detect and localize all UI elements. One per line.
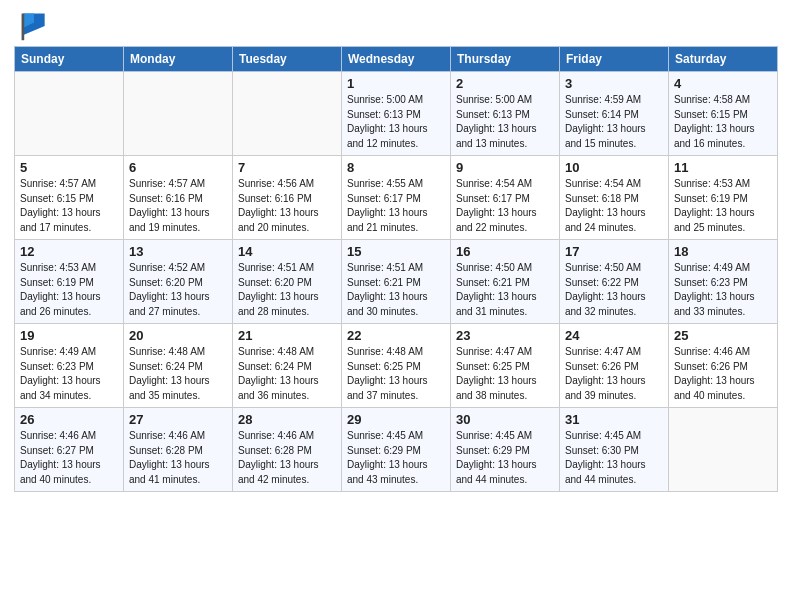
day-info: Sunrise: 4:50 AMSunset: 6:22 PMDaylight:… bbox=[565, 261, 663, 319]
day-info: Sunrise: 4:47 AMSunset: 6:26 PMDaylight:… bbox=[565, 345, 663, 403]
weekday-header-friday: Friday bbox=[560, 47, 669, 72]
header bbox=[0, 0, 792, 46]
calendar-week-row: 19Sunrise: 4:49 AMSunset: 6:23 PMDayligh… bbox=[15, 324, 778, 408]
day-info: Sunrise: 4:54 AMSunset: 6:18 PMDaylight:… bbox=[565, 177, 663, 235]
weekday-header-row: SundayMondayTuesdayWednesdayThursdayFrid… bbox=[15, 47, 778, 72]
day-number: 18 bbox=[674, 244, 772, 259]
calendar-cell: 22Sunrise: 4:48 AMSunset: 6:25 PMDayligh… bbox=[342, 324, 451, 408]
day-number: 8 bbox=[347, 160, 445, 175]
day-number: 6 bbox=[129, 160, 227, 175]
day-number: 20 bbox=[129, 328, 227, 343]
day-number: 26 bbox=[20, 412, 118, 427]
day-number: 29 bbox=[347, 412, 445, 427]
day-info: Sunrise: 4:46 AMSunset: 6:28 PMDaylight:… bbox=[129, 429, 227, 487]
calendar-week-row: 12Sunrise: 4:53 AMSunset: 6:19 PMDayligh… bbox=[15, 240, 778, 324]
logo-icon bbox=[18, 10, 50, 42]
day-number: 30 bbox=[456, 412, 554, 427]
calendar-cell: 10Sunrise: 4:54 AMSunset: 6:18 PMDayligh… bbox=[560, 156, 669, 240]
calendar-cell: 21Sunrise: 4:48 AMSunset: 6:24 PMDayligh… bbox=[233, 324, 342, 408]
calendar-table: SundayMondayTuesdayWednesdayThursdayFrid… bbox=[14, 46, 778, 492]
page: SundayMondayTuesdayWednesdayThursdayFrid… bbox=[0, 0, 792, 612]
day-info: Sunrise: 4:57 AMSunset: 6:15 PMDaylight:… bbox=[20, 177, 118, 235]
calendar-cell: 6Sunrise: 4:57 AMSunset: 6:16 PMDaylight… bbox=[124, 156, 233, 240]
day-number: 10 bbox=[565, 160, 663, 175]
day-info: Sunrise: 4:55 AMSunset: 6:17 PMDaylight:… bbox=[347, 177, 445, 235]
day-info: Sunrise: 4:52 AMSunset: 6:20 PMDaylight:… bbox=[129, 261, 227, 319]
svg-rect-2 bbox=[22, 14, 25, 41]
calendar-cell: 24Sunrise: 4:47 AMSunset: 6:26 PMDayligh… bbox=[560, 324, 669, 408]
day-info: Sunrise: 4:53 AMSunset: 6:19 PMDaylight:… bbox=[674, 177, 772, 235]
calendar-cell: 31Sunrise: 4:45 AMSunset: 6:30 PMDayligh… bbox=[560, 408, 669, 492]
calendar-cell: 9Sunrise: 4:54 AMSunset: 6:17 PMDaylight… bbox=[451, 156, 560, 240]
weekday-header-thursday: Thursday bbox=[451, 47, 560, 72]
calendar-cell: 17Sunrise: 4:50 AMSunset: 6:22 PMDayligh… bbox=[560, 240, 669, 324]
day-number: 2 bbox=[456, 76, 554, 91]
calendar-cell: 18Sunrise: 4:49 AMSunset: 6:23 PMDayligh… bbox=[669, 240, 778, 324]
day-number: 4 bbox=[674, 76, 772, 91]
day-info: Sunrise: 4:48 AMSunset: 6:25 PMDaylight:… bbox=[347, 345, 445, 403]
day-info: Sunrise: 4:46 AMSunset: 6:27 PMDaylight:… bbox=[20, 429, 118, 487]
calendar-cell: 16Sunrise: 4:50 AMSunset: 6:21 PMDayligh… bbox=[451, 240, 560, 324]
day-number: 1 bbox=[347, 76, 445, 91]
day-info: Sunrise: 4:51 AMSunset: 6:21 PMDaylight:… bbox=[347, 261, 445, 319]
calendar-cell: 14Sunrise: 4:51 AMSunset: 6:20 PMDayligh… bbox=[233, 240, 342, 324]
calendar-cell: 4Sunrise: 4:58 AMSunset: 6:15 PMDaylight… bbox=[669, 72, 778, 156]
day-info: Sunrise: 5:00 AMSunset: 6:13 PMDaylight:… bbox=[347, 93, 445, 151]
calendar-cell: 3Sunrise: 4:59 AMSunset: 6:14 PMDaylight… bbox=[560, 72, 669, 156]
calendar-cell: 13Sunrise: 4:52 AMSunset: 6:20 PMDayligh… bbox=[124, 240, 233, 324]
calendar-cell: 26Sunrise: 4:46 AMSunset: 6:27 PMDayligh… bbox=[15, 408, 124, 492]
weekday-header-wednesday: Wednesday bbox=[342, 47, 451, 72]
day-info: Sunrise: 5:00 AMSunset: 6:13 PMDaylight:… bbox=[456, 93, 554, 151]
day-number: 16 bbox=[456, 244, 554, 259]
day-number: 25 bbox=[674, 328, 772, 343]
day-number: 22 bbox=[347, 328, 445, 343]
calendar-cell: 8Sunrise: 4:55 AMSunset: 6:17 PMDaylight… bbox=[342, 156, 451, 240]
calendar-cell: 12Sunrise: 4:53 AMSunset: 6:19 PMDayligh… bbox=[15, 240, 124, 324]
calendar-cell: 19Sunrise: 4:49 AMSunset: 6:23 PMDayligh… bbox=[15, 324, 124, 408]
calendar-cell: 29Sunrise: 4:45 AMSunset: 6:29 PMDayligh… bbox=[342, 408, 451, 492]
day-number: 12 bbox=[20, 244, 118, 259]
day-info: Sunrise: 4:51 AMSunset: 6:20 PMDaylight:… bbox=[238, 261, 336, 319]
day-number: 15 bbox=[347, 244, 445, 259]
calendar-cell: 1Sunrise: 5:00 AMSunset: 6:13 PMDaylight… bbox=[342, 72, 451, 156]
day-number: 19 bbox=[20, 328, 118, 343]
calendar-cell: 7Sunrise: 4:56 AMSunset: 6:16 PMDaylight… bbox=[233, 156, 342, 240]
weekday-header-monday: Monday bbox=[124, 47, 233, 72]
day-number: 27 bbox=[129, 412, 227, 427]
calendar-cell: 11Sunrise: 4:53 AMSunset: 6:19 PMDayligh… bbox=[669, 156, 778, 240]
calendar-week-row: 1Sunrise: 5:00 AMSunset: 6:13 PMDaylight… bbox=[15, 72, 778, 156]
calendar-cell: 30Sunrise: 4:45 AMSunset: 6:29 PMDayligh… bbox=[451, 408, 560, 492]
day-info: Sunrise: 4:48 AMSunset: 6:24 PMDaylight:… bbox=[129, 345, 227, 403]
weekday-header-saturday: Saturday bbox=[669, 47, 778, 72]
day-info: Sunrise: 4:53 AMSunset: 6:19 PMDaylight:… bbox=[20, 261, 118, 319]
day-number: 31 bbox=[565, 412, 663, 427]
calendar-cell: 28Sunrise: 4:46 AMSunset: 6:28 PMDayligh… bbox=[233, 408, 342, 492]
day-number: 28 bbox=[238, 412, 336, 427]
day-number: 3 bbox=[565, 76, 663, 91]
calendar-week-row: 5Sunrise: 4:57 AMSunset: 6:15 PMDaylight… bbox=[15, 156, 778, 240]
calendar-cell: 25Sunrise: 4:46 AMSunset: 6:26 PMDayligh… bbox=[669, 324, 778, 408]
day-info: Sunrise: 4:59 AMSunset: 6:14 PMDaylight:… bbox=[565, 93, 663, 151]
calendar-cell bbox=[15, 72, 124, 156]
day-number: 14 bbox=[238, 244, 336, 259]
day-info: Sunrise: 4:47 AMSunset: 6:25 PMDaylight:… bbox=[456, 345, 554, 403]
day-info: Sunrise: 4:46 AMSunset: 6:26 PMDaylight:… bbox=[674, 345, 772, 403]
day-info: Sunrise: 4:45 AMSunset: 6:30 PMDaylight:… bbox=[565, 429, 663, 487]
day-number: 5 bbox=[20, 160, 118, 175]
day-info: Sunrise: 4:45 AMSunset: 6:29 PMDaylight:… bbox=[456, 429, 554, 487]
weekday-header-tuesday: Tuesday bbox=[233, 47, 342, 72]
day-number: 13 bbox=[129, 244, 227, 259]
day-number: 23 bbox=[456, 328, 554, 343]
day-number: 11 bbox=[674, 160, 772, 175]
calendar-cell: 23Sunrise: 4:47 AMSunset: 6:25 PMDayligh… bbox=[451, 324, 560, 408]
day-number: 21 bbox=[238, 328, 336, 343]
day-info: Sunrise: 4:48 AMSunset: 6:24 PMDaylight:… bbox=[238, 345, 336, 403]
day-number: 17 bbox=[565, 244, 663, 259]
weekday-header-sunday: Sunday bbox=[15, 47, 124, 72]
day-info: Sunrise: 4:49 AMSunset: 6:23 PMDaylight:… bbox=[674, 261, 772, 319]
day-info: Sunrise: 4:57 AMSunset: 6:16 PMDaylight:… bbox=[129, 177, 227, 235]
day-info: Sunrise: 4:58 AMSunset: 6:15 PMDaylight:… bbox=[674, 93, 772, 151]
day-number: 24 bbox=[565, 328, 663, 343]
day-number: 9 bbox=[456, 160, 554, 175]
calendar-cell: 2Sunrise: 5:00 AMSunset: 6:13 PMDaylight… bbox=[451, 72, 560, 156]
